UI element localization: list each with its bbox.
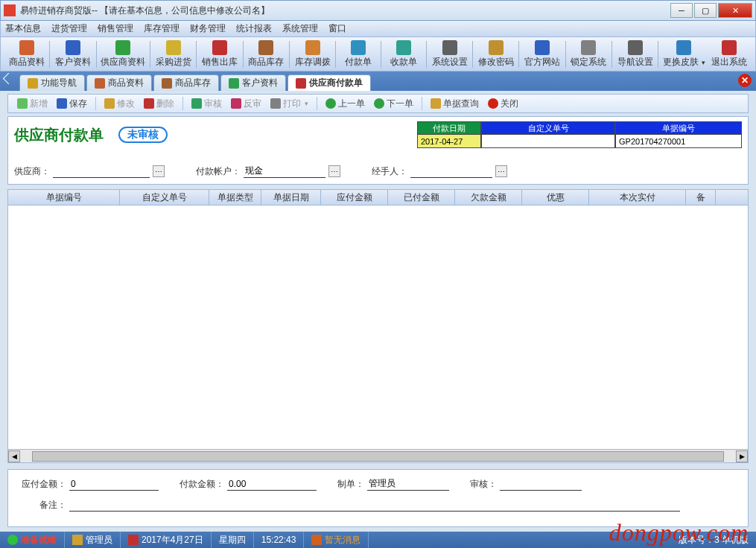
maker-label: 制单： xyxy=(337,478,364,491)
col-自定义单号[interactable]: 自定义单号 xyxy=(120,190,209,205)
supplier-label: 供应商： xyxy=(14,165,50,178)
horizontal-scrollbar[interactable]: ◀ ▶ xyxy=(7,450,749,463)
scroll-thumb[interactable] xyxy=(32,451,724,462)
menu-统计报表[interactable]: 统计报表 xyxy=(236,22,272,35)
print-button[interactable]: 打印▾ xyxy=(267,96,311,112)
delete-button[interactable]: 删除 xyxy=(141,96,177,112)
menu-进货管理[interactable]: 进货管理 xyxy=(51,22,87,35)
tab-close-icon[interactable]: ✕ xyxy=(738,74,752,87)
toolbar-商品资料[interactable]: 商品资料 xyxy=(5,39,48,70)
remark-label: 备注： xyxy=(39,499,66,512)
toolbar-icon xyxy=(535,40,550,55)
col-备[interactable]: 备 xyxy=(686,190,716,205)
toolbar-icon xyxy=(628,40,643,55)
new-button[interactable]: 新增 xyxy=(14,96,51,112)
close-doc-button[interactable]: 关闭 xyxy=(485,96,521,112)
scroll-left-icon[interactable]: ◀ xyxy=(8,450,20,462)
toolbar-icon xyxy=(305,40,320,55)
payable-input[interactable] xyxy=(69,477,159,491)
maximize-button[interactable]: ▢ xyxy=(694,3,717,18)
account-picker-icon[interactable]: ⋯ xyxy=(328,165,340,177)
toolbar-导航设置[interactable]: 导航设置 xyxy=(614,39,656,70)
calendar-icon xyxy=(128,535,139,545)
supplier-input[interactable] xyxy=(53,165,150,178)
user-icon xyxy=(72,535,83,545)
tab-icon xyxy=(28,78,38,89)
tab-功能导航[interactable]: 功能导航 xyxy=(19,74,85,91)
toolbar-更换皮肤[interactable]: 更换皮肤 ▾ xyxy=(660,39,708,70)
paid-input[interactable] xyxy=(227,477,317,491)
menu-销售管理[interactable]: 销售管理 xyxy=(98,22,133,35)
toolbar-付款单[interactable]: 付款单 xyxy=(337,39,379,70)
grid-body[interactable] xyxy=(7,206,749,450)
toolbar-收款单[interactable]: 收款单 xyxy=(383,39,425,70)
toolbar-icon xyxy=(676,40,691,55)
tab-icon xyxy=(296,78,306,89)
status-ready: 准备就绪 xyxy=(21,534,57,547)
handler-picker-icon[interactable]: ⋯ xyxy=(495,165,507,177)
tab-供应商付款单[interactable]: 供应商付款单 xyxy=(288,74,371,91)
menu-窗口[interactable]: 窗口 xyxy=(328,22,346,35)
col-单据类型[interactable]: 单据类型 xyxy=(209,190,261,205)
minimize-button[interactable]: ─ xyxy=(670,3,693,18)
col-优惠[interactable]: 优惠 xyxy=(522,190,589,205)
header-table: 付款日期 2017-04-27 自定义单号 单据编号 GP20170427000… xyxy=(417,121,742,148)
toolbar-供应商资料[interactable]: 供应商资料 xyxy=(98,39,149,70)
col-已付金额[interactable]: 已付金额 xyxy=(388,190,455,205)
toolbar-退出系统[interactable]: 退出系统 xyxy=(708,39,751,70)
toolbar-官方网站[interactable]: 官方网站 xyxy=(521,39,563,70)
unaudit-button[interactable]: 反审 xyxy=(228,96,264,112)
col-单据日期[interactable]: 单据日期 xyxy=(261,190,321,205)
close-button[interactable]: ✕ xyxy=(718,3,752,18)
toolbar-客户资料[interactable]: 客户资料 xyxy=(51,39,94,70)
tab-icon xyxy=(95,78,105,89)
scroll-right-icon[interactable]: ▶ xyxy=(736,450,748,462)
menu-系统管理[interactable]: 系统管理 xyxy=(282,22,318,35)
next-button[interactable]: 下一单 xyxy=(371,96,416,112)
col-欠款金额[interactable]: 欠款金额 xyxy=(455,190,522,205)
col-单据编号[interactable]: 单据编号 xyxy=(8,190,120,205)
toolbar-icon xyxy=(396,40,411,55)
custom-no-value[interactable] xyxy=(481,135,615,148)
col-本次实付[interactable]: 本次实付 xyxy=(589,190,686,205)
footer-form: 应付金额： 付款金额： 制单： 审核： 备注： xyxy=(7,469,749,527)
toolbar-修改密码[interactable]: 修改密码 xyxy=(474,39,517,70)
tab-商品资料[interactable]: 商品资料 xyxy=(86,74,152,91)
supplier-picker-icon[interactable]: ⋯ xyxy=(153,165,165,177)
audit-stamp: 未审核 xyxy=(118,127,168,143)
tab-客户资料[interactable]: 客户资料 xyxy=(220,74,286,91)
tab-icon xyxy=(162,78,172,89)
handler-label: 经手人： xyxy=(372,165,407,178)
grid-header: 单据编号自定义单号单据类型单据日期应付金额已付金额欠款金额优惠本次实付备 xyxy=(7,189,749,206)
save-button[interactable]: 保存 xyxy=(54,96,90,112)
title-bar: 易特进销存商贸版-- 【请在基本信息，公司信息中修改公司名】 ─ ▢ ✕ xyxy=(0,0,756,21)
toolbar-icon xyxy=(19,40,34,55)
toolbar-商品库存[interactable]: 商品库存 xyxy=(245,39,288,70)
edit-button[interactable]: 修改 xyxy=(101,96,138,112)
handler-input[interactable] xyxy=(410,165,492,178)
prev-button[interactable]: 上一单 xyxy=(323,96,368,112)
tab-商品库存[interactable]: 商品库存 xyxy=(153,74,219,91)
toolbar-库存调拨[interactable]: 库存调拨 xyxy=(291,39,334,70)
account-label: 付款帐户： xyxy=(196,165,241,178)
toolbar-销售出库[interactable]: 销售出库 xyxy=(198,39,241,70)
account-input[interactable] xyxy=(244,165,325,178)
menu-bar: 基本信息进货管理销售管理库存管理财务管理统计报表系统管理窗口 xyxy=(0,21,756,37)
pay-date-value[interactable]: 2017-04-27 xyxy=(417,135,481,148)
audit-button[interactable]: 审核 xyxy=(188,96,225,112)
toolbar-锁定系统[interactable]: 锁定系统 xyxy=(568,39,610,70)
remark-input[interactable] xyxy=(69,498,680,512)
menu-基本信息[interactable]: 基本信息 xyxy=(5,22,41,35)
col-应付金额[interactable]: 应付金额 xyxy=(321,190,388,205)
status-user: 管理员 xyxy=(86,534,112,547)
app-icon xyxy=(4,4,16,16)
status-bar: 准备就绪 管理员 2017年4月27日 星期四 15:22:43 暂无消息 版本… xyxy=(0,532,756,548)
query-button[interactable]: 单据查询 xyxy=(428,96,482,112)
toolbar-采购进货[interactable]: 采购进货 xyxy=(152,39,194,70)
menu-财务管理[interactable]: 财务管理 xyxy=(190,22,226,35)
toolbar-系统设置[interactable]: 系统设置 xyxy=(428,39,471,70)
paid-label: 付款金额： xyxy=(180,478,224,491)
toolbar-icon xyxy=(212,40,227,55)
menu-库存管理[interactable]: 库存管理 xyxy=(144,22,180,35)
form-area: 供应商付款单 未审核 付款日期 2017-04-27 自定义单号 单据编号 GP… xyxy=(7,116,749,185)
